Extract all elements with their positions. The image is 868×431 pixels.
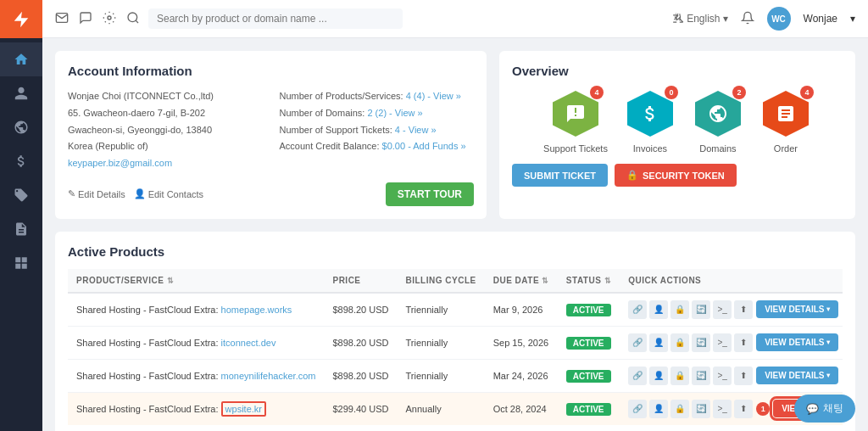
content-area: Account Information Wonjae Choi (ITCONNE… <box>42 38 868 431</box>
domains-label: Domains <box>699 143 736 154</box>
product-due-3: Mar 24, 2026 <box>485 359 558 392</box>
overview-item-invoices[interactable]: 0 Invoices <box>625 88 676 154</box>
qa-link-2[interactable]: 🔗 <box>628 333 647 352</box>
product-status-1: ACTIVE <box>558 293 620 327</box>
submit-ticket-button[interactable]: SUBMIT TICKET <box>512 164 608 187</box>
search-input[interactable] <box>148 8 403 29</box>
sidebar-item-file[interactable] <box>0 212 42 246</box>
qa-refresh-1[interactable]: 🔄 <box>692 300 710 319</box>
tickets-badge: 4 <box>590 86 604 99</box>
qa-user-2[interactable]: 👤 <box>649 333 668 352</box>
qa-refresh-4[interactable]: 🔄 <box>692 400 710 418</box>
qa-link-1[interactable]: 🔗 <box>628 300 647 319</box>
product-status-2: ACTIVE <box>558 326 620 359</box>
chat-icon[interactable] <box>79 11 92 27</box>
account-address1: 65. Gwacheon-daero 7-gil, B-202 <box>68 105 263 122</box>
qa-lock-1[interactable]: 🔒 <box>670 300 689 319</box>
qa-terminal-3[interactable]: >_ <box>713 367 732 385</box>
qa-user-1[interactable]: 👤 <box>649 300 668 319</box>
overview-title: Overview <box>512 64 843 78</box>
sidebar <box>0 0 42 431</box>
qa-terminal-4[interactable]: >_ <box>713 400 732 418</box>
qa-upload-1[interactable]: ⬆ <box>734 300 753 319</box>
product-status-3: ACTIVE <box>558 359 620 392</box>
qa-refresh-2[interactable]: 🔄 <box>692 333 710 352</box>
products-table: PRODUCT/SERVICE ⇅ PRICE BILLING CYCLE DU… <box>68 269 843 425</box>
sidebar-item-user[interactable] <box>0 76 42 110</box>
account-panel: Account Information Wonjae Choi (ITCONNE… <box>55 51 487 219</box>
sidebar-logo[interactable] <box>0 0 42 38</box>
sidebar-item-globe[interactable] <box>0 110 42 144</box>
security-token-button[interactable]: 🔒 SECURITY TOKEN <box>615 164 737 187</box>
overview-item-order[interactable]: 4 Order <box>760 88 811 154</box>
qa-refresh-3[interactable]: 🔄 <box>692 367 710 385</box>
overview-panel: Overview 4 <box>499 51 855 219</box>
qa-upload-2[interactable]: ⬆ <box>734 333 753 352</box>
edit-details-button[interactable]: ✎ Edit Details <box>68 188 125 199</box>
search-bar <box>148 8 403 29</box>
account-email[interactable]: keypaper.biz@gmail.com <box>68 158 172 168</box>
qa-lock-4[interactable]: 🔒 <box>670 400 689 418</box>
product-link-2[interactable]: itconnect.dev <box>221 338 276 348</box>
account-country: Korea (Republic of) <box>68 138 263 155</box>
account-title: Account Information <box>68 64 474 78</box>
qa-terminal-2[interactable]: >_ <box>713 333 732 352</box>
svg-line-2 <box>136 20 138 23</box>
account-actions: ✎ Edit Details 👤 Edit Contacts START TOU… <box>68 182 474 206</box>
overview-icons: 4 Support Tickets <box>512 88 843 154</box>
svg-point-1 <box>128 13 137 22</box>
qa-user-4[interactable]: 👤 <box>649 400 668 418</box>
product-link-1[interactable]: homepage.works <box>221 305 292 315</box>
product-status-4: ACTIVE <box>558 392 620 425</box>
overview-item-tickets[interactable]: 4 Support Tickets <box>543 88 608 154</box>
start-tour-button[interactable]: START TOUR <box>386 182 474 206</box>
qa-upload-3[interactable]: ⬆ <box>734 367 753 385</box>
qa-link-4[interactable]: 🔗 <box>628 400 647 418</box>
avatar: WC <box>767 7 791 31</box>
products-panel: Active Products PRODUCT/SERVICE ⇅ PRICE … <box>55 232 855 431</box>
qa-upload-4[interactable]: ⬆ <box>734 400 753 418</box>
qa-terminal-1[interactable]: >_ <box>713 300 732 319</box>
quick-actions-3: 🔗 👤 🔒 🔄 >_ ⬆ <box>628 367 753 385</box>
product-name-3: Shared Hosting - FastCloud Extra: moneyn… <box>68 359 324 392</box>
view-details-btn-3[interactable]: VIEW DETAILS ▾ <box>756 367 837 384</box>
domains-info: Number of Domains: 2 (2) - View » <box>280 105 475 122</box>
qa-lock-3[interactable]: 🔒 <box>670 367 689 385</box>
sidebar-navigation <box>0 38 42 280</box>
product-actions-3: 🔗 👤 🔒 🔄 >_ ⬆ VIEW DETAILS ▾ <box>620 359 843 392</box>
dropdown-arrow-1: ▾ <box>826 305 830 313</box>
account-col-right: Number of Products/Services: 4 (4) - Vie… <box>280 88 475 172</box>
language-selector[interactable]: English ▾ <box>672 13 727 25</box>
qa-user-3[interactable]: 👤 <box>649 367 668 385</box>
product-name-4: Shared Hosting - FastCloud Extra: wpsite… <box>68 392 324 425</box>
search-icon[interactable] <box>126 11 140 27</box>
notification-icon[interactable] <box>103 11 116 27</box>
product-price-2: $898.20 USD <box>324 326 397 359</box>
email-icon[interactable] <box>55 11 69 27</box>
edit-contacts-button[interactable]: 👤 Edit Contacts <box>134 188 203 199</box>
sidebar-item-grid[interactable] <box>0 246 42 280</box>
product-link-4[interactable]: wpsite.kr <box>221 401 266 417</box>
tickets-hex-icon: 4 <box>550 88 601 139</box>
sidebar-item-tag[interactable] <box>0 178 42 212</box>
sidebar-item-dollar[interactable] <box>0 144 42 178</box>
product-actions-1: 🔗 👤 🔒 🔄 >_ ⬆ VIEW DETAILS ▾ <box>620 293 843 327</box>
table-row: Shared Hosting - FastCloud Extra: homepa… <box>68 293 843 327</box>
domains-badge: 2 <box>732 86 746 99</box>
qa-link-3[interactable]: 🔗 <box>628 367 647 385</box>
view-details-btn-1[interactable]: VIEW DETAILS ▾ <box>756 300 837 318</box>
account-col-left: Wonjae Choi (ITCONNECT Co.,ltd) 65. Gwac… <box>68 88 263 172</box>
chat-button[interactable]: 💬 채팅 <box>794 395 855 423</box>
overview-item-domains[interactable]: 2 Domains <box>693 88 743 154</box>
sidebar-item-home[interactable] <box>0 42 42 76</box>
view-details-btn-2[interactable]: VIEW DETAILS ▾ <box>756 333 837 351</box>
user-name[interactable]: Wonjae <box>804 13 837 25</box>
order-label: Order <box>774 143 798 154</box>
overview-buttons: SUBMIT TICKET 🔒 SECURITY TOKEN <box>512 164 843 187</box>
quick-actions-4: 🔗 👤 🔒 🔄 >_ ⬆ <box>628 400 753 418</box>
pencil-icon: ✎ <box>68 188 75 199</box>
product-link-3[interactable]: moneynilifehacker.com <box>221 371 316 381</box>
qa-lock-2[interactable]: 🔒 <box>670 333 689 352</box>
products-table-wrapper: PRODUCT/SERVICE ⇅ PRICE BILLING CYCLE DU… <box>68 269 843 425</box>
bell-icon[interactable] <box>741 11 754 27</box>
